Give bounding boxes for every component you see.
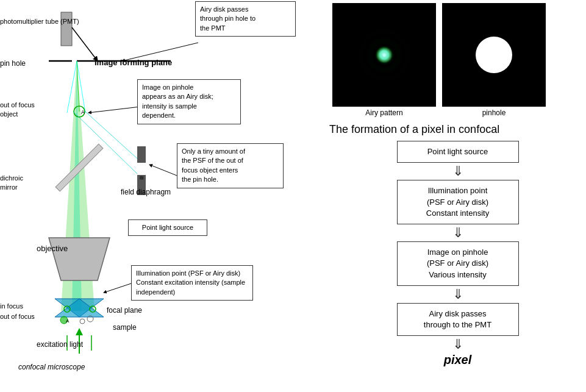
label-objective: objective <box>37 244 68 253</box>
svg-line-1 <box>72 27 98 61</box>
label-image-plane: Image forming plane <box>95 58 172 67</box>
label-infocus: in focus <box>0 302 23 310</box>
pixel-label: pixel <box>444 353 472 367</box>
callout-illumination: Illumination point (PSF or Airy disk)Con… <box>131 265 253 301</box>
label-excitation: excitation light <box>37 340 83 349</box>
main-container: A ≋ A <box>0 0 586 392</box>
airy-pattern-container: Airy pattern <box>332 3 436 117</box>
label-pinhole: pin hole <box>0 59 26 68</box>
airy-images: Airy pattern pinhole <box>332 3 586 117</box>
flow-box-2: Illumination point(PSF or Airy disk)Cons… <box>397 180 519 224</box>
svg-text:A: A <box>81 109 85 115</box>
pinhole-box <box>442 3 546 107</box>
label-sample: sample <box>113 323 137 332</box>
pinhole-label: pinhole <box>442 109 546 117</box>
svg-line-30 <box>104 283 131 293</box>
formation-title: The formation of a pixel in confocal <box>329 123 586 136</box>
pinhole-container: pinhole <box>442 3 546 117</box>
svg-rect-13 <box>137 163 146 175</box>
flow-box-4: Airy disk passesthrough to the PMT <box>397 303 519 336</box>
flow-box-3: Image on pinhole(PSF or Airy disk)Variou… <box>397 241 519 286</box>
svg-point-23 <box>80 319 85 324</box>
flow-container: Point light source ⇓ Illumination point(… <box>329 141 586 367</box>
airy-canvas <box>335 6 433 104</box>
airy-pattern-box <box>332 3 436 107</box>
flow-arrow-2: ⇓ <box>452 226 463 240</box>
flow-box-1: Point light source <box>397 141 519 163</box>
callout-image-pinhole: Image on pinholeappears as an Airy disk;… <box>137 79 241 124</box>
label-field: field diaphragm <box>121 188 171 196</box>
right-panel: Airy pattern pinhole The formation of a … <box>323 0 586 392</box>
pinhole-img <box>445 6 543 104</box>
label-outfocus2: out of focus <box>0 313 35 320</box>
svg-text:≋: ≋ <box>139 174 144 181</box>
label-out-focus: out of focusobject <box>0 101 35 119</box>
label-pmt: photomultiplier tube (PMT) <box>0 17 79 26</box>
svg-rect-3 <box>72 59 77 64</box>
left-panel: A ≋ A <box>0 0 323 392</box>
label-dichroic: dichroicmirror <box>0 174 23 193</box>
callout-psf: Only a tiny amount ofthe PSF of the out … <box>177 143 284 188</box>
svg-text:A: A <box>66 318 70 324</box>
callout-airy: Airy disk passesthrough pin hole tothe P… <box>195 1 296 37</box>
airy-label: Airy pattern <box>332 109 436 117</box>
flow-arrow-3: ⇓ <box>452 287 463 302</box>
svg-line-28 <box>88 107 140 113</box>
callout-point-light: Point light source <box>128 219 207 236</box>
flow-arrow-4: ⇓ <box>452 337 463 352</box>
label-focal: focal plane <box>107 306 142 315</box>
label-confocal: confocal microscope <box>18 363 85 371</box>
flow-arrow-1: ⇓ <box>452 164 463 179</box>
pinhole-circle <box>476 37 512 73</box>
svg-line-29 <box>149 165 180 177</box>
